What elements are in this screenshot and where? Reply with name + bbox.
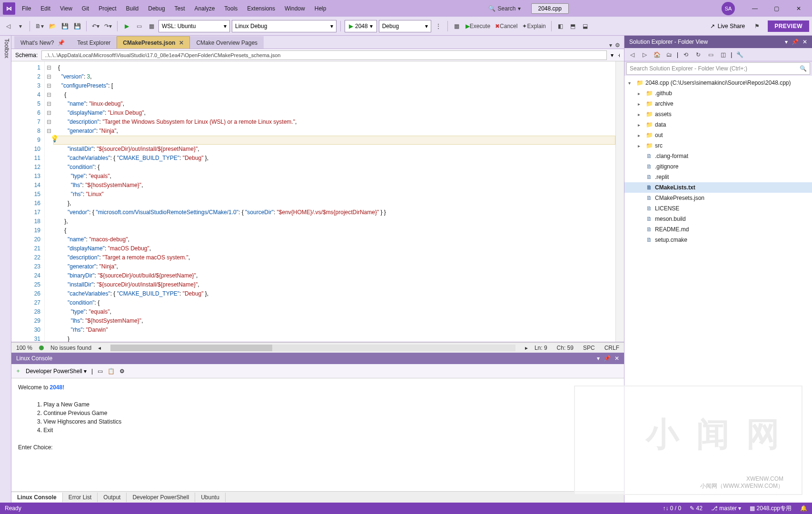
doc-tab[interactable]: CMake Overview Pages: [190, 36, 264, 49]
solution-search-input[interactable]: Search Solution Explorer - Folder View (…: [626, 62, 810, 75]
build-mode-combo[interactable]: Debug▾: [379, 20, 431, 32]
lightbulb-icon[interactable]: 💡: [50, 135, 59, 142]
tree-folder[interactable]: ▸📁.github: [624, 88, 812, 99]
active-file[interactable]: ▦ 2048.cpp专用: [750, 504, 792, 513]
save-all-icon[interactable]: 💾: [72, 20, 82, 32]
properties-icon[interactable]: 🔧: [735, 50, 744, 59]
nav-back-icon[interactable]: ◁: [3, 20, 13, 32]
output-tab[interactable]: Linux Console: [11, 493, 63, 502]
doc-tab[interactable]: Test Explorer: [71, 36, 117, 49]
undo-icon[interactable]: ↶▾: [90, 20, 101, 32]
target-list-icon[interactable]: ▦: [146, 20, 157, 32]
menu-tools[interactable]: Tools: [219, 3, 242, 14]
tool-icon-1[interactable]: ◧: [555, 20, 566, 32]
output-tab[interactable]: Error List: [63, 493, 98, 502]
menu-file[interactable]: File: [17, 3, 36, 14]
schema-path-input[interactable]: [41, 50, 607, 60]
menu-edit[interactable]: Edit: [36, 3, 55, 14]
close-icon[interactable]: ✕: [614, 355, 619, 362]
redo-icon[interactable]: ↷▾: [103, 20, 113, 32]
sync-icon[interactable]: ⟲: [681, 50, 691, 59]
show-all-icon[interactable]: ◫: [718, 50, 728, 59]
console-tool-1-icon[interactable]: ▭: [98, 368, 103, 375]
platform-combo[interactable]: WSL: Ubuntu▾: [158, 20, 230, 32]
tree-folder[interactable]: ▸📁assets: [624, 109, 812, 119]
tool-icon-2[interactable]: ⬒: [568, 20, 578, 32]
window-pos-icon[interactable]: ▾: [785, 39, 788, 45]
menu-git[interactable]: Git: [77, 3, 94, 14]
doc-tab[interactable]: What's New? 📌: [14, 36, 71, 49]
tree-file[interactable]: 🗎LICENSE: [624, 203, 812, 214]
console-output[interactable]: Welcome to 2048!1. Play a New Game2. Con…: [11, 378, 624, 491]
schema-dropdown-icon[interactable]: ▾: [611, 52, 614, 59]
hscroll-right-icon[interactable]: ▸: [525, 345, 528, 351]
search-box[interactable]: 🔍 Search ▾: [484, 4, 525, 13]
tree-folder[interactable]: ▸📁src: [624, 140, 812, 151]
tree-root[interactable]: ▾📁2048.cpp (C:\Users\sinemakinci\Source\…: [624, 78, 812, 88]
close-icon[interactable]: ✕: [802, 39, 807, 45]
fold-column[interactable]: ⊟⊟⊟⊟⊟⊟⊟⊟: [45, 61, 53, 342]
output-tab[interactable]: Developer PowerShell: [127, 493, 195, 502]
feedback-icon[interactable]: ⚑: [752, 20, 762, 32]
window-pos-icon[interactable]: ▾: [597, 355, 600, 362]
output-tab[interactable]: Output: [98, 493, 127, 502]
console-tool-2-icon[interactable]: 📋: [108, 368, 115, 375]
code-editor[interactable]: 💡 12345678910111213141516171819202122232…: [11, 61, 624, 342]
warnings-count[interactable]: ✎ 42: [690, 505, 703, 512]
solution-tree[interactable]: ▾📁2048.cpp (C:\Users\sinemakinci\Source\…: [624, 76, 812, 503]
config-combo[interactable]: Linux Debug▾: [232, 20, 337, 32]
debug-target-button[interactable]: ▶2048▾: [345, 20, 377, 32]
maximize-button[interactable]: ▢: [766, 1, 787, 16]
explain-button[interactable]: ✦ Explain: [521, 20, 547, 32]
tab-overflow-icon[interactable]: ▾: [609, 42, 612, 49]
console-settings-icon[interactable]: ⚙: [119, 368, 125, 375]
tree-folder[interactable]: ▸📁data: [624, 119, 812, 130]
toolbox-panel-tab[interactable]: Toolbox: [0, 36, 11, 503]
tree-file[interactable]: 🗎.gitignore: [624, 161, 812, 172]
new-item-icon[interactable]: 🗎▾: [34, 20, 45, 32]
menu-extensions[interactable]: Extensions: [242, 3, 280, 14]
pin-icon[interactable]: 📌: [792, 39, 799, 45]
zoom-level[interactable]: 100 %: [16, 345, 32, 351]
tree-file[interactable]: 🗎.replit: [624, 172, 812, 182]
tree-file[interactable]: 🗎CMakePresets.json: [624, 193, 812, 203]
tree-file[interactable]: 🗎README.md: [624, 224, 812, 235]
switch-view-icon[interactable]: 🗂: [664, 50, 674, 59]
code-content[interactable]: { "version": 3, "configurePresets": [ { …: [53, 61, 615, 342]
issues-text[interactable]: No issues found: [50, 345, 91, 351]
collapse-icon[interactable]: ▭: [706, 50, 715, 59]
back-icon[interactable]: ◁: [627, 50, 637, 59]
overflow-icon[interactable]: ⋮: [433, 20, 444, 32]
git-branch[interactable]: ⎇ master ▾: [711, 505, 741, 512]
new-terminal-icon[interactable]: ＋: [15, 367, 21, 375]
live-share-button[interactable]: ↗Live Share: [705, 23, 750, 30]
open-icon[interactable]: 📂: [47, 20, 58, 32]
tree-file[interactable]: 🗎setup.cmake: [624, 235, 812, 245]
minimize-button[interactable]: —: [744, 1, 765, 16]
doc-tab[interactable]: CMakePresets.json ✕: [117, 36, 190, 49]
tree-file[interactable]: 🗎CMakeLists.txt: [624, 182, 812, 193]
fwd-icon[interactable]: ▷: [640, 50, 649, 59]
save-icon[interactable]: 💾: [59, 20, 70, 32]
notifications-icon[interactable]: 🔔: [800, 505, 807, 512]
execute-button[interactable]: ▶ Execute: [464, 20, 492, 32]
hscroll-left-icon[interactable]: ◂: [98, 345, 101, 351]
editor-vscrollbar[interactable]: [615, 61, 624, 342]
close-button[interactable]: ✕: [788, 1, 809, 16]
start-icon[interactable]: ▶: [121, 20, 132, 32]
tab-settings-icon[interactable]: ⚙: [615, 42, 620, 49]
tree-folder[interactable]: ▸📁out: [624, 130, 812, 140]
tool-icon-3[interactable]: ⬓: [580, 20, 591, 32]
pin-icon[interactable]: 📌: [58, 40, 65, 46]
user-avatar[interactable]: SA: [722, 2, 735, 15]
home-icon[interactable]: 🏠: [652, 50, 662, 59]
grid-icon[interactable]: ▦: [452, 20, 462, 32]
menu-window[interactable]: Window: [280, 3, 310, 14]
menu-project[interactable]: Project: [94, 3, 121, 14]
menu-test[interactable]: Test: [170, 3, 190, 14]
menu-debug[interactable]: Debug: [143, 3, 169, 14]
tree-file[interactable]: 🗎.clang-format: [624, 151, 812, 161]
nav-fwd-icon[interactable]: ▾: [15, 20, 26, 32]
split-icon[interactable]: ⫞: [617, 52, 620, 59]
menu-build[interactable]: Build: [121, 3, 144, 14]
